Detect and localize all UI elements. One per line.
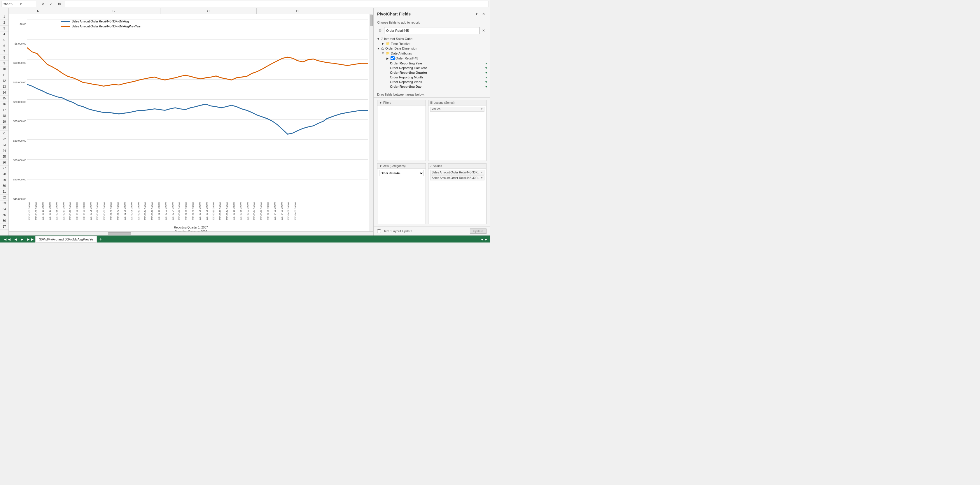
row-23[interactable]: 23 [0,142,8,148]
chart-container[interactable]: $45,000.00 $40,000.00 $35,000.00 $30,000… [9,14,373,236]
row-13[interactable]: 13 [0,84,8,90]
values-drop-item-1[interactable]: Sales Amount-Order Retail445-30P... ▼ [430,170,484,175]
tree-item-reporting-half[interactable]: Order Reporting Half Year ▼ [376,66,488,70]
row-8[interactable]: 8 [0,55,8,61]
row-24[interactable]: 24 [0,148,8,154]
row-4[interactable]: 4 [0,32,8,37]
row-32[interactable]: 32 [0,195,8,201]
row-20[interactable]: 20 [0,125,8,131]
v-scroll-thumb[interactable] [370,14,373,26]
tab-scroll-left[interactable]: ◄◄ [2,237,12,242]
tab-scroll-left2[interactable]: ◄ [13,237,19,242]
row-33[interactable]: 33 [0,201,8,206]
tree-item-internet-sales[interactable]: ▼ Σ Internet Sales Cube [376,36,488,41]
row-36[interactable]: 36 [0,218,8,224]
tree-item-reporting-year[interactable]: Order Reporting Year ▼ [376,61,488,66]
row-27[interactable]: 27 [0,166,8,171]
svg-text:2007-02-06 0:00:00.0: 2007-02-06 0:00:00.0 [123,202,126,220]
row-15[interactable]: 15 [0,96,8,101]
row-30[interactable]: 30 [0,183,8,189]
panel-collapse-button[interactable]: ▾ [474,11,479,17]
row-14[interactable]: 14 [0,90,8,96]
tree-item-reporting-quarter[interactable]: Order Reporting Quarter ▼ [376,70,488,75]
row-10[interactable]: 10 [0,67,8,72]
row-25[interactable]: 25 [0,154,8,160]
drop-zone-legend-body[interactable]: Values ▼ [428,106,486,161]
col-header-b[interactable]: B [67,8,161,14]
row-35[interactable]: 35 [0,212,8,218]
filter-icon-week[interactable]: ▼ [485,81,488,84]
row-19[interactable]: 19 [0,119,8,125]
panel-close-button[interactable]: ✕ [480,11,487,17]
row-16[interactable]: 16 [0,101,8,107]
formula-input[interactable] [65,1,489,7]
tree-item-order-retail445[interactable]: ▶ Order Retail445 [376,55,488,61]
tab-scroll-right2[interactable]: ► [19,237,25,242]
drop-zone-axis-body[interactable]: Order Retail445 [377,169,426,224]
legend-item-arrow[interactable]: ▼ [480,108,483,111]
tree-item-time-relative[interactable]: ▶ 📁 Time Relative [376,41,488,46]
row-31[interactable]: 31 [0,189,8,195]
values-drop-item-2[interactable]: Sales Amount-Order Retail445-30P... ▼ [430,176,484,181]
filter-icon-month[interactable]: ▼ [485,76,488,79]
tree-item-reporting-month[interactable]: Order Reporting Month ▼ [376,75,488,79]
order-retail445-checkbox[interactable] [391,56,395,60]
sheet-tab-active[interactable]: 30PrdMvAvg and 30PrdMvAvgPrevYe [35,236,97,242]
sigma-icon: Σ [381,37,383,41]
tree-item-order-date[interactable]: ▼ 🗂 Order Date Dimension [376,46,488,51]
name-box-dropdown-icon[interactable]: ▼ [19,2,35,6]
defer-layout-checkbox[interactable] [377,229,381,233]
name-box[interactable]: Chart 5 ▼ [1,1,36,7]
row-29[interactable]: 29 [0,177,8,183]
row-2[interactable]: 2 [0,20,8,25]
vertical-scrollbar[interactable] [369,14,373,231]
search-clear-button[interactable]: ✕ [480,28,487,33]
row-22[interactable]: 22 [0,136,8,142]
search-gear-button[interactable]: ⚙ [377,28,383,33]
row-17[interactable]: 17 [0,107,8,113]
tree-item-date-attrs[interactable]: ▼ 📁 Date Attributes [376,51,488,55]
row-26[interactable]: 26 [0,160,8,166]
h-scroll-thumb[interactable] [108,232,131,235]
drop-zone-filters-body[interactable] [377,106,426,161]
row-34[interactable]: 34 [0,206,8,212]
legend-drop-item-values[interactable]: Values ▼ [430,107,484,112]
row-21[interactable]: 21 [0,131,8,136]
col-header-a[interactable]: A [9,8,67,14]
add-sheet-button[interactable]: + [97,236,104,242]
filter-icon-quarter[interactable]: ▼ [485,71,488,74]
row-7[interactable]: 7 [0,49,8,55]
col-header-d[interactable]: D [257,8,338,14]
row-9[interactable]: 9 [0,61,8,67]
update-button[interactable]: Update [470,228,487,234]
confirm-button[interactable]: ✓ [48,1,54,7]
tab-scroll-right[interactable]: ►► [25,237,35,242]
values-item-arrow-1[interactable]: ▼ [480,171,483,174]
row-18[interactable]: 18 [0,113,8,119]
col-header-c[interactable]: C [161,8,257,14]
horizontal-scrollbar[interactable] [9,231,373,236]
row-28[interactable]: 28 [0,171,8,177]
row-6[interactable]: 6 [0,43,8,49]
filter-icon-year[interactable]: ▼ [485,62,488,65]
field-search-input[interactable] [384,27,479,34]
row-12[interactable]: 12 [0,78,8,84]
row-1[interactable]: 1 [0,14,8,20]
row-3[interactable]: 3 [0,25,8,32]
values-item-arrow-2[interactable]: ▼ [480,177,483,179]
row-11[interactable]: 11 [0,72,8,78]
cancel-button[interactable]: ✕ [40,1,46,7]
filter-icon-half[interactable]: ▼ [485,67,488,70]
values-item-text-2: Sales Amount-Order Retail445-30P... [432,176,479,179]
row-5[interactable]: 5 [0,37,8,43]
drop-zone-values-body[interactable]: Sales Amount-Order Retail445-30P... ▼ Sa… [428,169,486,224]
axis-select[interactable]: Order Retail445 [379,170,424,176]
filter-icon-day[interactable]: ▼ [485,85,488,88]
formula-icon[interactable]: fx [55,1,64,7]
tree-item-reporting-day[interactable]: Order Reporting Day ▼ [376,84,488,89]
panel-controls: ▾ ✕ [474,11,487,17]
row-37[interactable]: 37 [0,224,8,230]
tree-label-time: Time Relative [391,42,488,46]
tree-item-reporting-week[interactable]: Order Reporting Week ▼ [376,79,488,84]
svg-text:2007-03-28 0:00:00.0: 2007-03-28 0:00:00.0 [267,202,269,220]
